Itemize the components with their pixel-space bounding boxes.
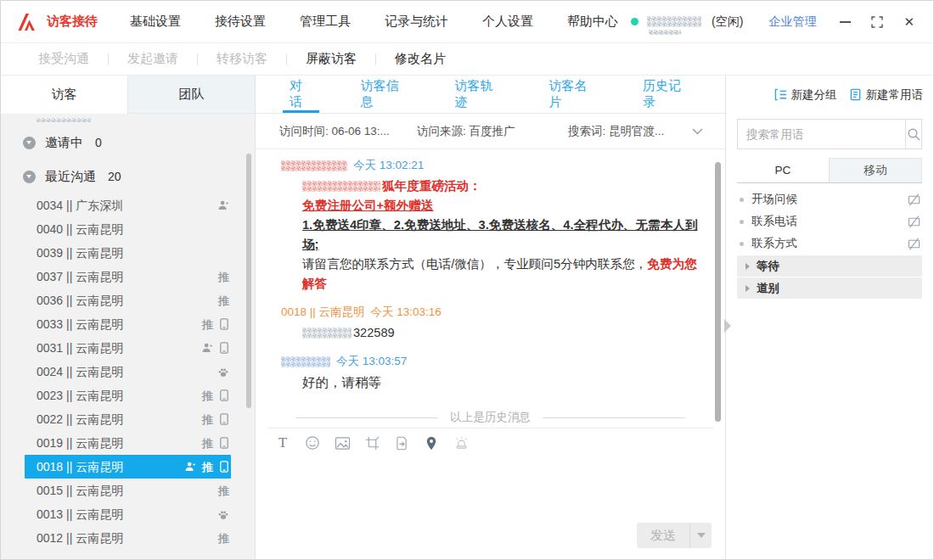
conversation-tab-2[interactable]: 访客轨迹 bbox=[442, 76, 513, 113]
visitor-id: 0034 || 广东深圳 bbox=[37, 193, 217, 217]
phrase-item[interactable]: 开场问候 bbox=[726, 188, 933, 210]
tool-crop-button[interactable] bbox=[363, 436, 380, 451]
visitor-row[interactable]: 0036 || 云南昆明推 bbox=[25, 288, 231, 312]
message-body: 狐年度重磅活动：免费注册公司+额外赠送1.免费送4印章、2.免费送地址、3.免费… bbox=[302, 176, 708, 294]
history-divider: 以上是历史消息 bbox=[256, 410, 725, 425]
conversation-tab-3[interactable]: 访客名片 bbox=[537, 76, 607, 113]
triangle-right-icon bbox=[746, 263, 750, 270]
quick-reply-panel: 新建分组 新建常用语 PC 移动 开场问候联系电话联系方式 等待道别 bbox=[725, 76, 933, 559]
phrase-label: 联系电话 bbox=[751, 214, 908, 229]
sidebar-scrollbar[interactable] bbox=[246, 154, 251, 408]
emoji-icon bbox=[305, 435, 320, 451]
push-to-screen-icon bbox=[908, 193, 920, 206]
menu-item-3[interactable]: 记录与统计 bbox=[378, 14, 455, 30]
window-close-button[interactable]: ✕ bbox=[903, 15, 914, 28]
menu-item-5[interactable]: 帮助中心 bbox=[560, 14, 625, 30]
message-history: 今天 13:02:21狐年度重磅活动：免费注册公司+额外赠送1.免费送4印章、2… bbox=[256, 150, 725, 428]
phrase-device-tabs: PC 移动 bbox=[737, 158, 922, 183]
agent-status[interactable]: (空闲) bbox=[712, 14, 743, 30]
visitor-id: 0015 || 云南昆明 bbox=[37, 479, 218, 502]
tab-team[interactable]: 团队 bbox=[128, 76, 255, 114]
visitor-row[interactable]: 0039 || 云南昆明 bbox=[25, 241, 231, 265]
conversation-tabs: 对话访客信息访客轨迹访客名片历史记录 bbox=[256, 76, 725, 114]
doc-add-icon bbox=[849, 88, 862, 101]
visitor-id: 0040 || 云南昆明 bbox=[37, 217, 229, 241]
chat-message: 今天 13:03:57好的，请稍等 bbox=[281, 354, 700, 393]
visitor-row[interactable]: 0040 || 云南昆明 bbox=[25, 217, 231, 241]
mobile-phone-icon bbox=[219, 413, 229, 425]
clipped-list-item bbox=[37, 118, 255, 126]
visitor-row[interactable]: 0015 || 云南昆明推 bbox=[25, 479, 231, 502]
phrase-item[interactable]: 联系电话 bbox=[726, 210, 933, 232]
tab-pc[interactable]: PC bbox=[737, 158, 830, 182]
tool-location-button[interactable] bbox=[423, 436, 440, 451]
text-format-icon: T bbox=[279, 434, 287, 451]
visitor-row[interactable]: 0013 || 云南昆明 bbox=[25, 502, 231, 526]
chat-message: 0018 || 云南昆明今天 13:03:16322589 bbox=[281, 305, 700, 343]
tab-visitors[interactable]: 访客 bbox=[1, 76, 128, 114]
visitor-row[interactable]: 0034 || 广东深圳 bbox=[25, 193, 231, 217]
visitor-row[interactable]: 0023 || 云南昆明推 bbox=[25, 384, 231, 407]
phrase-search-input[interactable] bbox=[738, 120, 905, 148]
phrase-group-label: 等待 bbox=[757, 259, 779, 274]
visitor-row[interactable]: 0033 || 云南昆明推 bbox=[25, 312, 231, 336]
conversation-tab-0[interactable]: 对话 bbox=[278, 76, 324, 113]
tool-text-format-button[interactable]: T bbox=[274, 434, 291, 451]
screenshot-crop-icon bbox=[365, 436, 380, 451]
push-badge: 推 bbox=[218, 272, 229, 283]
visitor-row[interactable]: 0031 || 云南昆明 bbox=[25, 336, 231, 360]
phrase-search-box bbox=[737, 119, 922, 149]
push-to-screen-icon bbox=[908, 238, 920, 250]
visit-time: 访问时间: 06-06 13:... bbox=[279, 124, 417, 139]
tool-emoji-button[interactable] bbox=[304, 435, 321, 451]
visitor-id: 0039 || 云南昆明 bbox=[37, 241, 229, 265]
window-minimize-button[interactable] bbox=[840, 21, 851, 23]
action-button-3[interactable]: 屏蔽访客 bbox=[287, 51, 375, 67]
tool-file-send-button[interactable] bbox=[393, 436, 410, 451]
visitor-group-header-1[interactable]: 最近沟通20 bbox=[1, 160, 255, 193]
visitor-row[interactable]: 0019 || 云南昆明推 bbox=[25, 431, 231, 455]
phrase-item[interactable]: 联系方式 bbox=[726, 232, 933, 255]
visitor-group-header-0[interactable]: 邀请中0 bbox=[1, 126, 255, 160]
location-pin-icon bbox=[425, 436, 437, 451]
window-maximize-button[interactable] bbox=[871, 16, 883, 28]
conversation-tab-4[interactable]: 历史记录 bbox=[631, 76, 701, 113]
menu-item-2[interactable]: 管理工具 bbox=[293, 14, 357, 30]
app-logo-icon bbox=[16, 12, 39, 32]
visitor-row[interactable]: 0037 || 云南昆明推 bbox=[25, 265, 231, 288]
menu-item-4[interactable]: 个人设置 bbox=[475, 14, 540, 30]
image-icon bbox=[335, 436, 351, 451]
tool-image-button[interactable] bbox=[334, 436, 351, 451]
messages-scrollbar[interactable] bbox=[715, 162, 721, 422]
visitor-id: 0023 || 云南昆明 bbox=[37, 384, 202, 407]
phrase-group-header[interactable]: 道别 bbox=[737, 277, 922, 299]
send-button-label[interactable]: 发送 bbox=[637, 528, 689, 544]
visitor-id: 0018 || 云南昆明 bbox=[37, 455, 184, 479]
tab-mobile[interactable]: 移动 bbox=[830, 158, 922, 182]
conversation-tab-1[interactable]: 访客信息 bbox=[348, 76, 419, 113]
visitor-row[interactable]: 0012 || 云南昆明推 bbox=[25, 526, 231, 550]
chevron-down-icon[interactable] bbox=[692, 128, 703, 135]
visitor-row[interactable]: 0022 || 云南昆明推 bbox=[25, 407, 231, 431]
search-button[interactable] bbox=[905, 120, 921, 148]
visitor-row[interactable]: 0024 || 云南昆明 bbox=[25, 360, 231, 384]
action-button-1: 发起邀请 bbox=[109, 51, 197, 67]
panel-collapse-arrow[interactable] bbox=[724, 319, 731, 333]
new-group-button[interactable]: 新建分组 bbox=[774, 87, 837, 103]
menu-item-0[interactable]: 基础设置 bbox=[123, 14, 188, 30]
phrase-group-header[interactable]: 等待 bbox=[737, 255, 922, 277]
send-button[interactable]: 发送 bbox=[637, 523, 712, 548]
chat-message: 今天 13:02:21狐年度重磅活动：免费注册公司+额外赠送1.免费送4印章、2… bbox=[281, 158, 700, 294]
menu-item-1[interactable]: 接待设置 bbox=[208, 14, 273, 30]
magnifier-icon bbox=[907, 127, 921, 142]
send-options-caret[interactable] bbox=[689, 523, 712, 548]
push-badge: 推 bbox=[202, 390, 213, 401]
visitor-row[interactable]: 0018 || 云南昆明推 bbox=[25, 455, 231, 479]
new-phrase-button[interactable]: 新建常用语 bbox=[849, 87, 924, 103]
message-time: 今天 13:03:16 bbox=[371, 305, 442, 320]
message-input-area[interactable] bbox=[256, 453, 725, 521]
action-button-4[interactable]: 修改名片 bbox=[376, 51, 464, 67]
paw-icon bbox=[217, 509, 229, 520]
tool-alarm-button[interactable] bbox=[453, 436, 470, 451]
enterprise-admin-link[interactable]: 企业管理 bbox=[768, 14, 816, 30]
